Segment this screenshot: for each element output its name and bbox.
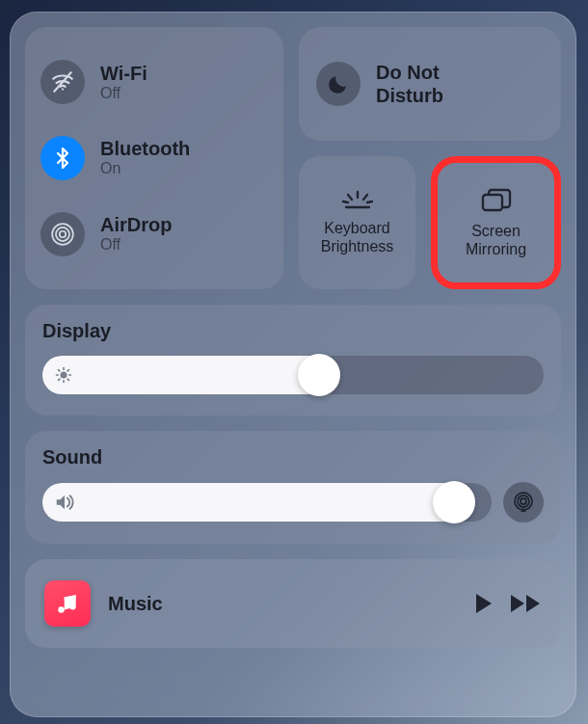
airdrop-label: AirDrop xyxy=(100,214,172,236)
svg-point-12 xyxy=(61,372,66,377)
svg-line-7 xyxy=(348,195,352,200)
speaker-icon xyxy=(54,493,75,512)
wifi-label: Wi-Fi xyxy=(100,63,147,85)
now-playing-title: Music xyxy=(108,593,455,615)
dnd-label: Do Not Disturb xyxy=(376,61,443,107)
display-slider-fill xyxy=(42,356,338,394)
svg-line-19 xyxy=(59,379,60,380)
svg-point-21 xyxy=(521,498,526,504)
svg-line-10 xyxy=(367,201,372,202)
media-controls xyxy=(472,592,542,615)
moon-icon xyxy=(316,62,361,106)
bluetooth-label: Bluetooth xyxy=(100,138,190,160)
top-right-column: Do Not Disturb Key xyxy=(299,27,561,289)
play-button[interactable] xyxy=(472,592,494,615)
bluetooth-icon xyxy=(40,136,85,180)
wifi-text: Wi-Fi Off xyxy=(100,63,147,102)
music-app-icon xyxy=(44,580,91,627)
display-slider[interactable] xyxy=(42,356,544,394)
wifi-off-icon xyxy=(40,60,85,104)
sound-slider-fill xyxy=(42,483,473,522)
connectivity-module: Wi-Fi Off Bluetooth On xyxy=(25,27,283,289)
control-center-panel: Wi-Fi Off Bluetooth On xyxy=(10,12,576,717)
screen-mirroring-label: Screen Mirroring xyxy=(466,222,526,258)
svg-line-9 xyxy=(343,201,348,202)
svg-line-17 xyxy=(59,370,60,371)
svg-rect-11 xyxy=(483,195,502,210)
wifi-toggle[interactable]: Wi-Fi Off xyxy=(40,60,268,104)
bluetooth-status: On xyxy=(100,160,190,177)
do-not-disturb-toggle[interactable]: Do Not Disturb xyxy=(299,27,561,141)
airdrop-toggle[interactable]: AirDrop Off xyxy=(40,212,268,256)
airplay-audio-icon xyxy=(512,491,535,514)
svg-point-2 xyxy=(60,230,67,237)
svg-point-0 xyxy=(62,89,64,91)
sound-slider-knob[interactable] xyxy=(433,481,475,523)
small-modules-row: Keyboard Brightness Screen Mirroring xyxy=(299,156,561,289)
display-module: Display xyxy=(25,305,561,416)
dnd-label-text: Do Not Disturb xyxy=(376,62,443,106)
svg-line-20 xyxy=(67,370,68,371)
airdrop-status: Off xyxy=(100,236,172,254)
now-playing-module[interactable]: Music xyxy=(25,559,561,648)
sound-module: Sound xyxy=(25,431,561,544)
svg-line-18 xyxy=(67,379,68,380)
screen-mirroring-icon xyxy=(479,187,514,214)
wifi-status: Off xyxy=(100,85,147,102)
keyboard-brightness-label: Keyboard Brightness xyxy=(321,219,394,255)
svg-point-22 xyxy=(518,496,529,507)
bluetooth-toggle[interactable]: Bluetooth On xyxy=(40,136,268,180)
keyboard-brightness-icon xyxy=(340,190,375,211)
airplay-audio-button[interactable] xyxy=(503,482,544,523)
airdrop-text: AirDrop Off xyxy=(100,214,172,254)
display-title: Display xyxy=(42,320,544,342)
screen-mirroring-button[interactable]: Screen Mirroring xyxy=(431,156,561,289)
svg-point-3 xyxy=(56,228,69,241)
sound-title: Sound xyxy=(42,446,544,469)
top-row: Wi-Fi Off Bluetooth On xyxy=(25,27,561,289)
sound-slider[interactable] xyxy=(42,483,492,522)
airdrop-icon xyxy=(40,212,85,256)
bluetooth-text: Bluetooth On xyxy=(100,138,190,177)
svg-line-8 xyxy=(363,195,367,200)
display-slider-knob[interactable] xyxy=(298,354,340,396)
next-track-button[interactable] xyxy=(509,593,542,614)
brightness-low-icon xyxy=(54,365,73,385)
keyboard-brightness-button[interactable]: Keyboard Brightness xyxy=(299,156,415,289)
